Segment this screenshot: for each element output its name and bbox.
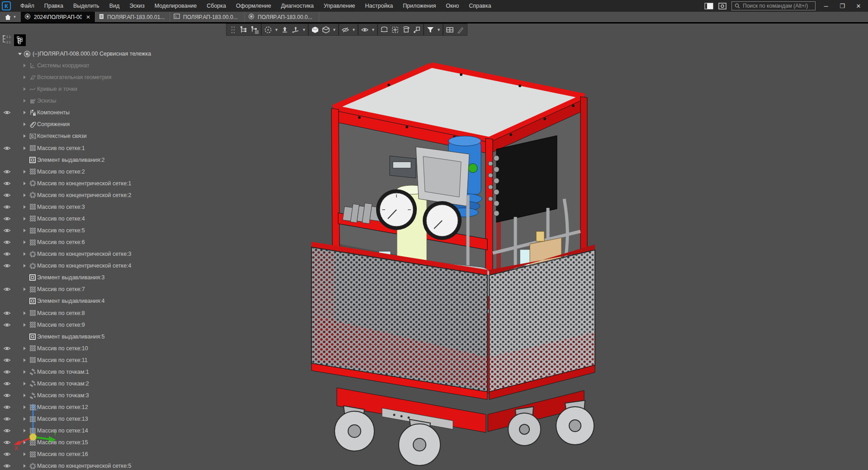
rotate-component-icon[interactable] [401,24,411,35]
minimize-button[interactable]: ─ [820,3,832,9]
menu-13[interactable]: Окно [441,0,464,12]
visibility-eye-icon[interactable] [3,440,11,445]
expand-arrow-icon[interactable] [24,217,26,221]
expand-arrow-icon[interactable] [24,323,26,327]
design-tree-icon[interactable] [238,24,249,35]
tab-close-icon[interactable]: ✕ [85,14,91,20]
expand-arrow-icon[interactable] [24,405,26,409]
parameters-list-icon[interactable]: 1 112 12 [2,34,11,46]
visibility-eye-icon[interactable] [3,428,11,433]
tree-row-27[interactable]: Массив по сетке:11 [0,354,172,366]
visibility-eye-icon[interactable] [3,451,11,457]
show-object-dropdown-caret[interactable]: ▼ [370,24,376,35]
restore-button[interactable]: ❐ [836,3,848,9]
tree-row-12[interactable]: Массив по концентрической сетке:1 [0,178,172,189]
menu-1[interactable]: Файл [15,0,39,12]
expand-arrow-icon[interactable] [24,75,26,79]
expand-arrow-icon[interactable] [24,347,26,350]
visibility-eye-icon[interactable] [3,404,11,410]
menu-3[interactable]: Выделить [68,0,104,12]
visibility-eye-icon[interactable] [3,393,11,398]
tree-row-25[interactable]: Элемент выдавливания:5 [0,331,172,343]
hide-object-dropdown-caret[interactable]: ▼ [351,24,357,35]
visibility-eye-icon[interactable] [3,381,11,386]
tree-row-26[interactable]: Массив по сетке:10 [0,343,172,354]
orientation-up-icon[interactable] [279,24,290,35]
expand-arrow-icon[interactable] [24,134,26,138]
screen-settings-icon[interactable] [718,2,727,9]
visibility-eye-icon[interactable] [3,216,11,221]
visibility-eye-icon[interactable] [3,322,11,328]
visibility-eye-icon[interactable] [3,146,11,151]
expand-arrow-icon[interactable] [24,170,26,174]
drag-handle-icon[interactable] [227,24,238,35]
design-tree-toggle-button[interactable] [14,34,26,46]
expand-arrow-icon[interactable] [24,287,26,291]
tree-row-2[interactable]: Системы координат [0,60,172,71]
visibility-eye-icon[interactable] [3,263,11,268]
display-mode-dropdown-caret[interactable]: ▼ [331,24,337,35]
menu-11[interactable]: Настройка [360,0,398,12]
mate-component-icon[interactable] [411,24,422,35]
visibility-eye-icon[interactable] [3,181,11,186]
tree-row-21[interactable]: Массив по сетке:7 [0,283,172,295]
tree-row-18[interactable]: Массив по концентрической сетке:3 [0,248,172,260]
expand-arrow-icon[interactable] [24,370,26,374]
menu-2[interactable]: Правка [39,0,68,12]
expand-arrow-icon[interactable] [24,382,26,385]
menu-8[interactable]: Оформление [231,0,276,12]
tree-row-20[interactable]: Элемент выдавливания:3 [0,272,172,283]
normal-view-icon[interactable] [290,24,301,35]
tree-row-29[interactable]: Массив по точкам:2 [0,378,172,390]
expand-arrow-icon[interactable] [24,252,26,256]
measure-icon[interactable] [379,24,390,35]
tree-row-19[interactable]: Массив по концентрической сетке:4 [0,260,172,272]
tree-row-30[interactable]: Массив по точкам:3 [0,390,172,401]
tree-row-28[interactable]: Массив по точкам:1 [0,366,172,378]
expand-arrow-icon[interactable] [24,99,26,103]
expand-arrow-icon[interactable] [24,182,26,185]
visibility-eye-icon[interactable] [3,369,11,375]
expand-arrow-icon[interactable] [24,122,26,126]
menu-5[interactable]: Эскиз [124,0,149,12]
expand-arrow-icon[interactable] [24,240,26,244]
tree-row-31[interactable]: Массив по сетке:12 [0,401,172,413]
expand-arrow-icon[interactable] [24,87,26,91]
document-tab-1[interactable]: 2024\ПОЛЯР.АП-008...✕ [21,12,95,22]
visibility-eye-icon[interactable] [3,204,11,210]
expand-arrow-icon[interactable] [24,205,26,209]
tree-row-33[interactable]: Массив по сетке:14 [0,425,172,437]
tree-row-36[interactable]: Массив по концентрической сетке:5 [0,460,172,470]
tree-row-23[interactable]: Массив по сетке:8 [0,307,172,319]
display-mode-icon[interactable] [321,24,331,35]
expand-arrow-icon[interactable] [24,264,26,268]
tree-row-5[interactable]: Эскизы [0,95,172,107]
filter-dropdown-caret[interactable]: ▼ [436,24,442,35]
menu-12[interactable]: Приложения [398,0,441,12]
visibility-eye-icon[interactable] [3,228,11,233]
tree-row-11[interactable]: Массив по сетке:2 [0,166,172,178]
tree-row-8[interactable]: Контекстные связи [0,130,172,142]
document-tab-4[interactable]: ПОЛЯР.АП-183.00.0... [245,12,319,22]
shaded-cube-icon[interactable] [310,24,321,35]
menu-9[interactable]: Диагностика [276,0,319,12]
tree-row-35[interactable]: Массив по сетке:16 [0,448,172,460]
tree-row-4[interactable]: Кривые и точки [0,83,172,95]
home-dropdown-caret[interactable]: ▼ [13,15,17,19]
visibility-eye-icon[interactable] [3,416,11,422]
close-button[interactable]: ✕ [853,3,864,9]
expand-arrow-icon[interactable] [18,53,22,55]
tree-row-1[interactable]: (–)ПОЛЯР.АП-008.000.00 Сервисная тележка [0,48,172,60]
move-component-icon[interactable] [390,24,401,35]
show-object-icon[interactable] [359,24,370,35]
hide-object-icon[interactable] [340,24,351,35]
tree-row-9[interactable]: Массив по сетке:1 [0,142,172,154]
tree-row-15[interactable]: Массив по сетке:4 [0,213,172,225]
home-button[interactable]: ▼ [0,12,21,22]
visibility-eye-icon[interactable] [3,287,11,292]
kompas-logo-icon[interactable]: К [2,1,11,10]
visibility-eye-icon[interactable] [3,463,11,469]
expand-arrow-icon[interactable] [24,193,26,197]
expand-arrow-icon[interactable] [24,64,26,67]
expand-arrow-icon[interactable] [24,229,26,232]
